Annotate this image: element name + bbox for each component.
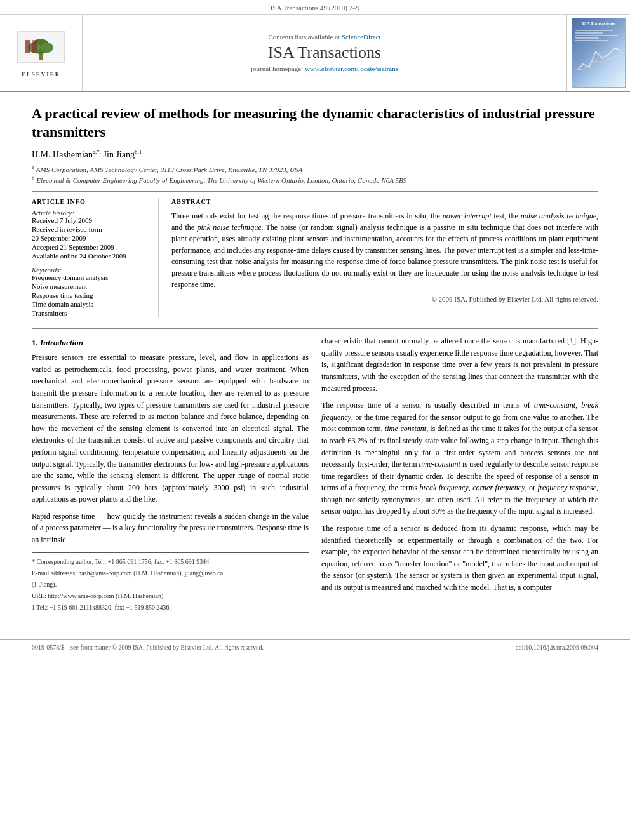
- svg-rect-5: [25, 40, 30, 53]
- elsevier-text: ELSEVIER: [22, 71, 61, 77]
- keywords-section: Keywords: Frequency domain analysis Nois…: [32, 266, 148, 317]
- homepage-line: journal homepage: www.elsevier.com/locat…: [251, 65, 398, 72]
- elsevier-logo-svg: [14, 29, 68, 70]
- keywords-label: Keywords:: [32, 266, 148, 274]
- right-para3: The response time of a sensor is deduced…: [321, 523, 598, 594]
- page: ISA Transactions 49 (2010) 2–9 EL: [0, 0, 630, 840]
- right-para1: characteristic that cannot normally be a…: [321, 335, 598, 394]
- abstract-section: ABSTRACT Three methods exist for testing…: [159, 198, 598, 318]
- info-abstract-section: ARTICLE INFO Article history: Received 7…: [32, 198, 598, 318]
- right-para2: The response time of a sensor is usually…: [321, 399, 598, 517]
- bottom-bar: 0019-0578/$ – see front matter © 2009 IS…: [0, 639, 630, 651]
- homepage-link[interactable]: www.elsevier.com/locate/isatrans: [305, 65, 398, 72]
- svg-rect-6: [32, 40, 37, 53]
- cover-chart: [577, 45, 621, 74]
- issue-info: ISA Transactions 49 (2010) 2–9: [271, 4, 360, 11]
- intro-heading: 1. Introduction: [32, 338, 309, 348]
- elsevier-logo: ELSEVIER: [14, 29, 68, 77]
- journal-cover-image: ISA Transactions: [572, 18, 626, 88]
- intro-title: Introduction: [40, 338, 83, 347]
- footnote-url: URL: http://www.ams-corp.com (H.M. Hashe…: [32, 591, 309, 601]
- author2-sup: b,1: [135, 149, 142, 155]
- affiliation-2: b Electrical & Computer Engineering Facu…: [32, 175, 598, 184]
- top-bar: ISA Transactions 49 (2010) 2–9: [0, 0, 630, 15]
- keyword-3: Response time testing: [32, 291, 148, 299]
- author2-name: Jin Jiang: [104, 150, 135, 159]
- abstract-text: Three methods exist for testing the resp…: [171, 210, 598, 290]
- sciencedirect-line: Contents lists available at ScienceDirec…: [268, 33, 380, 41]
- author1-name: H.M. Hashemian: [32, 150, 93, 159]
- footnote-email: E-mail addresses: hash@ams-corp.com (H.M…: [32, 568, 309, 578]
- doi-text: doi:10.1016/j.isatra.2009.09.004: [516, 644, 598, 651]
- abstract-copyright: © 2009 ISA. Published by Elsevier Ltd. A…: [171, 295, 598, 303]
- revised-date: 20 September 2009: [32, 234, 148, 242]
- main-content: A practical review of methods for measur…: [0, 92, 630, 627]
- article-info-title: ARTICLE INFO: [32, 198, 148, 205]
- footnote-email2: (J. Jiang).: [32, 580, 309, 589]
- article-title: A practical review of methods for measur…: [32, 105, 598, 141]
- keyword-5: Transmitters: [32, 309, 148, 317]
- intro-num: 1.: [32, 338, 40, 347]
- journal-title: ISA Transactions: [268, 43, 381, 62]
- author1-sup: a,*,: [93, 149, 101, 155]
- body-right-col: characteristic that cannot normally be a…: [321, 335, 598, 614]
- intro-para1: Pressure sensors are essential to measur…: [32, 352, 309, 505]
- keyword-2: Noise measurement: [32, 283, 148, 290]
- article-info: ARTICLE INFO Article history: Received 7…: [32, 198, 159, 318]
- authors-line: H.M. Hashemiana,*, Jin Jiangb,1: [32, 149, 598, 160]
- footnote-star: * Corresponding author. Tel.: +1 865 691…: [32, 557, 309, 566]
- accepted-date: Accepted 21 September 2009: [32, 243, 148, 251]
- journal-header: ELSEVIER Contents lists available at Sci…: [0, 15, 630, 92]
- body-columns: 1. Introduction Pressure sensors are ess…: [32, 335, 598, 614]
- journal-header-center: Contents lists available at ScienceDirec…: [83, 15, 566, 91]
- history-label: Article history:: [32, 209, 148, 217]
- revised-label: Received in revised form: [32, 225, 148, 233]
- intro-para2: Rapid response time — how quickly the in…: [32, 510, 309, 546]
- issn-text: 0019-0578/$ – see front matter © 2009 IS…: [32, 644, 264, 651]
- divider-1: [32, 191, 598, 192]
- affiliations: a AMS Corporation, AMS Technology Center…: [32, 164, 598, 183]
- sciencedirect-link[interactable]: ScienceDirect: [342, 33, 381, 41]
- body-left-col: 1. Introduction Pressure sensors are ess…: [32, 335, 309, 614]
- affiliation-1: a AMS Corporation, AMS Technology Center…: [32, 164, 598, 173]
- received-date: Received 7 July 2009: [32, 217, 148, 224]
- footnotes-area: * Corresponding author. Tel.: +1 865 691…: [32, 552, 309, 612]
- journal-cover-area: ISA Transactions: [566, 15, 630, 91]
- available-date: Available online 24 October 2009: [32, 252, 148, 260]
- abstract-title: ABSTRACT: [171, 198, 598, 205]
- keyword-4: Time domain analysis: [32, 300, 148, 308]
- svg-point-4: [41, 43, 53, 53]
- elsevier-logo-area: ELSEVIER: [0, 15, 83, 91]
- footnote-note1: 1 Tel.: +1 519 661 2111x88320; fax: +1 5…: [32, 603, 309, 612]
- keyword-1: Frequency domain analysis: [32, 274, 148, 281]
- divider-2: [32, 328, 598, 329]
